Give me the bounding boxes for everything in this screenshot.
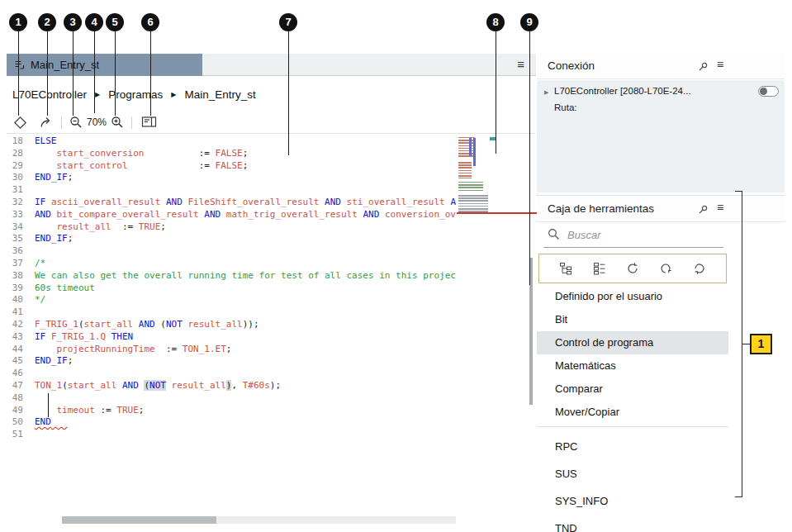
editor-menu-icon[interactable]: ≡ — [517, 57, 524, 71]
callout-9: 9 — [520, 13, 538, 31]
toolbox-item-mover-copiar[interactable]: Mover/Copiar — [537, 401, 728, 424]
tree-view-icon[interactable] — [559, 262, 572, 275]
code-line: 48 — [7, 392, 457, 405]
side-callout-label: 1 — [750, 334, 772, 354]
line-number: 18 — [7, 135, 35, 148]
toolbox-category-list: Definido por el usuarioBitControl de pro… — [537, 285, 728, 532]
code-line: 50END — [7, 416, 457, 429]
goto-arrow-icon[interactable] — [40, 116, 55, 131]
connection-panel-body: ▶ L70EController [2080-L70E-24... Ruta: — [537, 80, 785, 192]
toolbox-item-sus[interactable]: SUS — [537, 460, 728, 487]
code-line: 35END_IF; — [7, 233, 457, 245]
line-number: 50 — [7, 416, 35, 429]
pin-icon[interactable] — [698, 60, 709, 75]
tab-bar: Main_Entry_st ≡ — [7, 54, 536, 76]
connection-panel-title: Conexión — [548, 59, 595, 72]
minimap-marker — [473, 138, 476, 166]
minimap-code-block — [458, 137, 475, 159]
text-caret — [48, 393, 49, 417]
breadcrumb-separator-icon: ▶ — [95, 91, 100, 98]
toolbar-separator — [61, 116, 62, 129]
zoom-level[interactable]: 70% — [87, 116, 107, 128]
horizontal-scrollbar[interactable] — [62, 516, 456, 524]
toolbox-item-definido-por-el-usuario[interactable]: Definido por el usuario — [537, 285, 728, 308]
line-number: 46 — [7, 368, 35, 380]
toolbox-item-sys-info[interactable]: SYS_INFO — [537, 487, 728, 515]
callout-5: 5 — [106, 13, 124, 31]
callout-7: 7 — [279, 13, 297, 31]
callout-4: 4 — [85, 13, 103, 31]
code-line: 41 — [7, 306, 457, 319]
code-line: 49 timeout := TRUE; — [7, 405, 457, 417]
breadcrumb-item[interactable]: Programas — [108, 88, 163, 101]
line-number: 51 — [7, 429, 35, 441]
toolbox-view-buttons — [538, 254, 727, 283]
editor-view-icon[interactable] — [141, 116, 157, 131]
toolbox-item-comparar[interactable]: Comparar — [537, 378, 728, 401]
sync-icon[interactable] — [626, 262, 639, 275]
code-line: 38We can also get the overall running ti… — [7, 270, 457, 283]
toolbox-panel: Caja de herramientas ≡ Buscar Definido p… — [537, 195, 785, 532]
code-editor[interactable]: 18ELSE28 start_conversion := FALSE;29 st… — [7, 135, 457, 445]
code-line: 40*/ — [7, 294, 457, 306]
toolbox-item-control-de-programa[interactable]: Control de programa — [537, 331, 728, 354]
breadcrumb-item[interactable]: L70EController — [12, 88, 87, 101]
expander-triangle-icon[interactable]: ▶ — [544, 89, 548, 96]
callout-6: 6 — [141, 13, 159, 31]
bookmark-diamond-icon[interactable] — [13, 116, 29, 131]
code-line: 44 projectRunningTime := TON_1.ET; — [7, 344, 457, 356]
flat-view-icon[interactable] — [593, 262, 606, 275]
sync-right-icon[interactable] — [659, 262, 672, 275]
toolbox-item-bit[interactable]: Bit — [537, 308, 728, 331]
side-bracket-tick — [735, 496, 742, 497]
connection-menu-icon[interactable]: ≡ — [717, 58, 723, 71]
line-number: 31 — [7, 184, 35, 197]
line-number: 48 — [7, 392, 35, 405]
line-number: 36 — [7, 245, 35, 258]
controller-device-item[interactable]: L70EController [2080-L70E-24... — [554, 86, 691, 96]
code-line: 29 start_control := FALSE; — [7, 160, 457, 173]
vertical-scrollbar[interactable] — [526, 135, 535, 514]
code-line: 46 — [7, 368, 457, 380]
code-line: 18ELSE — [7, 135, 457, 148]
line-number: 37 — [7, 258, 35, 270]
horizontal-scrollbar-thumb[interactable] — [62, 516, 216, 524]
connection-toggle[interactable] — [758, 86, 779, 97]
vertical-scrollbar-thumb[interactable] — [529, 258, 533, 405]
toolbox-item-rpc[interactable]: RPC — [537, 433, 728, 460]
side-bracket-tick — [735, 191, 742, 192]
search-placeholder: Buscar — [567, 229, 600, 241]
line-number: 32 — [7, 197, 35, 209]
code-line: 30END_IF; — [7, 172, 457, 184]
callout-3: 3 — [64, 13, 82, 31]
code-line: 28 start_conversion := FALSE; — [7, 148, 457, 160]
zoom-in-icon[interactable] — [111, 116, 126, 131]
minimap-code-block — [458, 162, 472, 178]
zoom-out-icon[interactable] — [69, 116, 85, 131]
toolbox-item-matematicas[interactable]: Matemáticas — [537, 354, 728, 378]
minimap[interactable] — [457, 135, 498, 218]
line-number: 33 — [7, 209, 35, 221]
code-line: 32IF ascii_overall_result AND FileShift_… — [7, 197, 457, 209]
tab-title: Main_Entry_st — [31, 59, 99, 71]
minimap-code-block — [458, 195, 488, 213]
callout-1: 1 — [9, 13, 27, 31]
line-number: 45 — [7, 355, 35, 368]
tab-main-entry-st[interactable]: Main_Entry_st — [7, 54, 202, 76]
st-program-icon — [14, 59, 25, 70]
code-line: 45END_IF; — [7, 355, 457, 368]
line-number: 29 — [7, 160, 35, 173]
minimap-marker — [469, 138, 472, 156]
sync-down-icon[interactable] — [693, 262, 706, 275]
code-line: 33AND bit_compare_overall_result AND mat… — [7, 209, 457, 221]
line-number: 35 — [7, 233, 35, 245]
toolbox-menu-icon[interactable]: ≡ — [717, 201, 723, 214]
breadcrumb-item[interactable]: Main_Entry_st — [184, 88, 255, 101]
code-line: 31 — [7, 184, 457, 197]
toolbox-search[interactable]: Buscar — [537, 224, 785, 249]
toolbox-item-tnd[interactable]: TND — [537, 515, 728, 532]
callout-2: 2 — [38, 13, 56, 31]
code-line: 51 — [7, 429, 457, 441]
pin-icon[interactable] — [698, 203, 709, 218]
toggle-knob — [760, 88, 767, 95]
